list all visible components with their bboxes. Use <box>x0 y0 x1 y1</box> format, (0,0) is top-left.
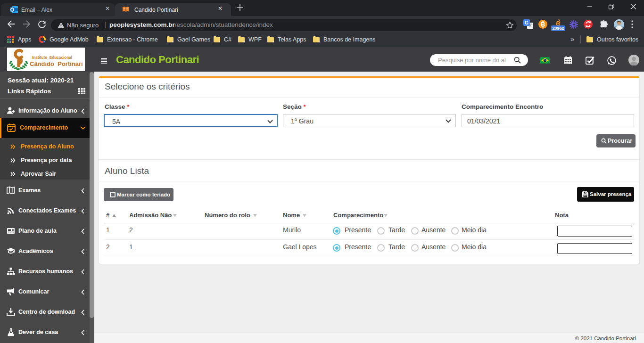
svg-text:G: G <box>525 20 528 25</box>
svg-text:Cândido Portinari: Cândido Portinari <box>30 60 83 67</box>
svg-text:B: B <box>541 21 545 28</box>
svg-text:Instituto Educacional: Instituto Educacional <box>32 56 72 60</box>
